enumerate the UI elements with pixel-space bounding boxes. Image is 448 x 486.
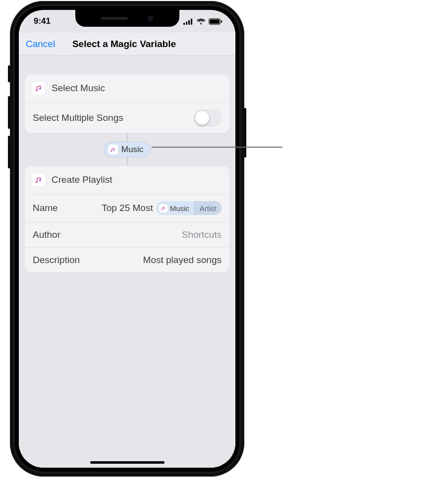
name-label: Name [33, 203, 58, 214]
action-title: Select Music [52, 83, 105, 94]
select-multiple-label: Select Multiple Songs [33, 112, 123, 123]
power-button [244, 108, 246, 158]
iphone-frame: 9:41 Cancel Select a Magic Variable [10, 1, 244, 477]
magic-variable-label: Music [121, 145, 143, 155]
music-app-icon [32, 173, 46, 187]
svg-rect-5 [210, 19, 220, 24]
playlist-author-row[interactable]: Author Shortcuts [25, 222, 229, 247]
description-value: Most played songs [143, 255, 222, 266]
action-title: Create Playlist [52, 174, 112, 185]
action-header: Select Music [25, 74, 229, 102]
svg-rect-3 [191, 18, 192, 25]
svg-rect-6 [221, 20, 222, 23]
svg-rect-2 [188, 20, 190, 25]
cancel-button[interactable]: Cancel [26, 39, 55, 50]
screen: 9:41 Cancel Select a Magic Variable [19, 10, 235, 468]
music-app-icon [32, 81, 46, 95]
description-label: Description [33, 255, 80, 266]
playlist-description-row[interactable]: Description Most played songs [25, 247, 229, 272]
battery-icon [209, 18, 223, 25]
name-text: Top 25 Most [102, 203, 153, 214]
callout-line [152, 147, 282, 148]
notch [75, 10, 179, 27]
navigation-bar: Cancel Select a Magic Variable [19, 33, 235, 55]
playlist-name-row[interactable]: Name Top 25 Most Music Artist [25, 194, 229, 222]
volume-down-button [8, 136, 10, 168]
author-value: Shortcuts [182, 229, 222, 240]
magic-variable-music[interactable]: Music [104, 142, 150, 157]
volume-up-button [8, 96, 10, 129]
content-area: Select Music Select Multiple Songs Music [19, 55, 235, 468]
page-title: Select a Magic Variable [72, 39, 176, 50]
select-multiple-toggle[interactable] [194, 109, 222, 126]
token-sub: Artist [194, 201, 222, 215]
action-card-create-playlist[interactable]: Create Playlist Name Top 25 Most Music [25, 166, 229, 272]
variable-token-music-artist[interactable]: Music Artist [156, 201, 222, 215]
author-label: Author [33, 229, 60, 240]
svg-rect-1 [186, 21, 187, 25]
cellular-icon [183, 18, 193, 25]
home-indicator[interactable] [90, 461, 165, 464]
select-multiple-row: Select Multiple Songs [25, 102, 229, 133]
token-main: Music [170, 204, 189, 213]
svg-rect-0 [183, 23, 185, 25]
music-app-icon [159, 204, 168, 213]
wifi-icon [196, 18, 206, 25]
action-card-select-music[interactable]: Select Music Select Multiple Songs [25, 74, 229, 133]
silence-switch [8, 65, 10, 82]
music-app-icon [108, 145, 118, 155]
action-header: Create Playlist [25, 166, 229, 194]
status-time: 9:41 [34, 16, 51, 26]
